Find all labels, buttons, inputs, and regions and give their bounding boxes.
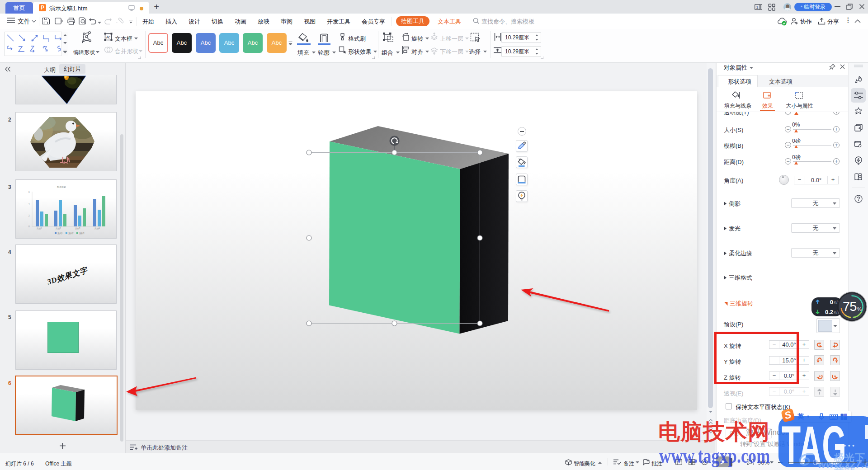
svg-text:类别4: 类别4 bbox=[94, 227, 100, 230]
svg-text:系列2: 系列2 bbox=[68, 232, 74, 235]
svg-text:系列1: 系列1 bbox=[57, 232, 63, 235]
svg-text:6: 6 bbox=[28, 191, 30, 193]
svg-text:4: 4 bbox=[28, 203, 30, 205]
svg-text:类别1: 类别1 bbox=[37, 227, 42, 230]
svg-text:0: 0 bbox=[28, 226, 30, 228]
svg-text:2: 2 bbox=[28, 215, 30, 217]
svg-text:类别2: 类别2 bbox=[56, 227, 61, 230]
svg-text:A:: A: bbox=[106, 35, 111, 39]
svg-text:类别3: 类别3 bbox=[75, 227, 80, 230]
svg-text:1: 1 bbox=[756, 5, 758, 9]
svg-text:系列3: 系列3 bbox=[79, 232, 85, 235]
